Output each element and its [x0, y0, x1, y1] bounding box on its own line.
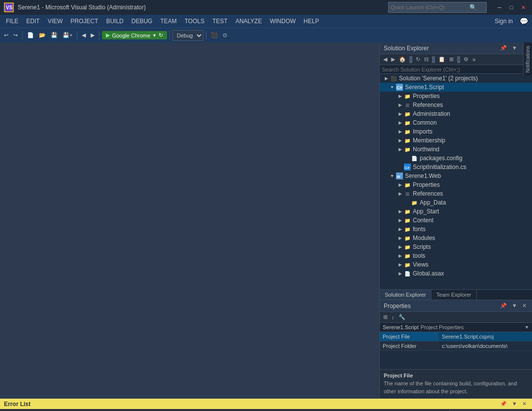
se-search-input[interactable]: [382, 67, 523, 72]
snippet-btn[interactable]: ⬛: [209, 31, 220, 39]
script-properties-arrow[interactable]: ▶: [397, 94, 403, 99]
properties-controls[interactable]: 📌 ▼ ✕: [499, 302, 528, 309]
script-common-arrow[interactable]: ▶: [397, 120, 403, 125]
undo-btn[interactable]: ↩: [2, 31, 10, 39]
redo-btn[interactable]: ↪: [11, 31, 20, 39]
menu-tools[interactable]: TOOLS: [181, 16, 208, 27]
menu-project[interactable]: PROJECT: [66, 16, 102, 27]
error-dropdown-icon[interactable]: ▼: [510, 400, 519, 408]
se-dropdown-icon[interactable]: ▼: [510, 44, 519, 52]
run-button[interactable]: ▶ Google Chrome ▼ ↻: [102, 31, 167, 39]
web-references-arrow[interactable]: ▶: [397, 191, 403, 196]
menu-build[interactable]: BUILD: [102, 16, 127, 27]
script-imports-item[interactable]: ▶ 📁 Imports: [380, 127, 532, 136]
se-refresh-btn[interactable]: ↻: [414, 55, 422, 64]
script-references-item[interactable]: ▶ ⊞ References: [380, 101, 532, 109]
maximize-button[interactable]: □: [506, 2, 516, 12]
menu-test[interactable]: TEST: [208, 16, 232, 27]
script-imports-arrow[interactable]: ▶: [397, 129, 403, 134]
script-northwind-item[interactable]: ▶ 📁 Northwind: [380, 145, 532, 154]
close-button[interactable]: ✕: [518, 2, 528, 12]
notifications-sidebar[interactable]: Notifications: [523, 42, 532, 76]
prop-dropdown-icon[interactable]: ▼: [510, 302, 519, 309]
web-modules-arrow[interactable]: ▶: [397, 236, 403, 240]
web-global-arrow[interactable]: ▶: [397, 271, 403, 276]
web-modules-item[interactable]: ▶ 📁 Modules: [380, 234, 532, 242]
menu-debug[interactable]: DEBUG: [128, 16, 157, 27]
prop-sort-icon[interactable]: ↕: [390, 313, 396, 321]
save-btn[interactable]: 💾: [49, 31, 60, 39]
se-collapse-btn[interactable]: ⊟: [423, 55, 430, 64]
menu-file[interactable]: FILE: [2, 16, 22, 27]
script-northwind-arrow[interactable]: ▶: [397, 147, 403, 152]
menu-analyze[interactable]: ANALYZE: [232, 16, 266, 27]
project-web-item[interactable]: ▼ W Serene1.Web: [380, 171, 532, 180]
web-appstart-arrow[interactable]: ▶: [397, 209, 403, 214]
se-search-box[interactable]: 🔍: [380, 65, 532, 74]
prop-row-file[interactable]: Project File Serene1.Script.csproj: [380, 332, 532, 342]
script-membership-item[interactable]: ▶ 📁 Membership: [380, 136, 532, 145]
sign-in-button[interactable]: Sign in: [490, 16, 518, 27]
properties-project-select[interactable]: Serene1.Script Project Properties ▼: [380, 323, 532, 332]
se-settings-btn[interactable]: ⚙: [462, 55, 470, 64]
web-global-item[interactable]: ▶ 📄 Global.asax: [380, 269, 532, 278]
error-list-controls[interactable]: 📌 ▼ ✕: [499, 400, 528, 408]
se-view-btn[interactable]: 📋: [437, 55, 447, 64]
web-content-item[interactable]: ▶ 📁 Content: [380, 216, 532, 225]
web-references-item[interactable]: ▶ ⊞ References: [380, 189, 532, 198]
script-membership-arrow[interactable]: ▶: [397, 138, 403, 143]
web-scripts-item[interactable]: ▶ 📁 Scripts: [380, 242, 532, 251]
menu-window[interactable]: WINDOW: [266, 16, 300, 27]
web-appstart-item[interactable]: ▶ 📁 App_Start: [380, 207, 532, 216]
prop-row-folder[interactable]: Project Folder c:\users\volkan\documents…: [380, 342, 532, 351]
refresh-icon[interactable]: ↻: [159, 32, 163, 38]
prop-wrench-icon[interactable]: 🔧: [397, 313, 407, 321]
web-tools-item[interactable]: ▶ 📁 tools: [380, 251, 532, 260]
web-views-arrow[interactable]: ▶: [397, 262, 403, 267]
project-script-arrow[interactable]: ▼: [389, 85, 396, 90]
new-proj-btn[interactable]: 📄: [25, 31, 36, 39]
window-controls[interactable]: ─ □ ✕: [495, 2, 528, 12]
quick-launch-box[interactable]: 🔍: [388, 2, 487, 13]
web-fonts-item[interactable]: ▶ 📁 fonts: [380, 225, 532, 234]
solution-arrow[interactable]: ▶: [383, 76, 390, 81]
web-appdata-item[interactable]: 📁 App_Data: [380, 198, 532, 207]
undo-nav-btn[interactable]: ◀: [80, 31, 88, 39]
project-select-dropdown[interactable]: ▼: [525, 325, 529, 330]
se-forward-btn[interactable]: ▶: [390, 55, 397, 64]
config-select[interactable]: Debug: [172, 30, 203, 41]
se-back-btn[interactable]: ◀: [382, 55, 389, 64]
script-properties-item[interactable]: ▶ 📁 Properties: [380, 92, 532, 101]
web-content-arrow[interactable]: ▶: [397, 218, 403, 223]
feedback-icon[interactable]: 💬: [518, 15, 530, 27]
project-script-item[interactable]: ▼ C# Serene1.Script: [380, 83, 532, 92]
script-admin-item[interactable]: ▶ 📁 Administration: [380, 109, 532, 118]
web-views-item[interactable]: ▶ 📁 Views: [380, 260, 532, 269]
project-web-arrow[interactable]: ▼: [389, 173, 396, 178]
web-properties-arrow[interactable]: ▶: [397, 182, 403, 187]
web-scripts-arrow[interactable]: ▶: [397, 244, 403, 249]
notifications-button[interactable]: Notifications: [525, 44, 532, 74]
web-tools-arrow[interactable]: ▶: [397, 253, 403, 258]
se-tab-solution[interactable]: Solution Explorer: [380, 290, 432, 300]
script-references-arrow[interactable]: ▶: [397, 103, 403, 107]
prop-grid-icon[interactable]: ⊞: [382, 313, 389, 321]
error-close-icon[interactable]: ✕: [521, 400, 528, 408]
se-tab-team[interactable]: Team Explorer: [432, 290, 477, 300]
script-init-item[interactable]: C# ScriptInitialization.cs: [380, 163, 532, 171]
run-dropdown-icon[interactable]: ▼: [152, 33, 157, 38]
se-home-btn[interactable]: 🏠: [398, 55, 407, 64]
minimize-button[interactable]: ─: [495, 2, 504, 12]
save-all-btn[interactable]: 💾+: [61, 31, 74, 39]
web-fonts-arrow[interactable]: ▶: [397, 227, 403, 232]
se-pin-icon[interactable]: 📌: [499, 44, 508, 52]
script-common-item[interactable]: ▶ 📁 Common: [380, 118, 532, 127]
solution-root-item[interactable]: ▶ ⬛ Solution 'Serene1' (2 projects): [380, 74, 532, 83]
quick-launch-input[interactable]: [391, 4, 469, 10]
open-btn[interactable]: 📂: [37, 31, 48, 39]
menu-edit[interactable]: EDIT: [22, 16, 43, 27]
script-admin-arrow[interactable]: ▶: [397, 111, 403, 116]
error-pin-icon[interactable]: 📌: [499, 400, 508, 408]
prop-pin-icon[interactable]: 📌: [499, 302, 508, 309]
attach-btn[interactable]: ⊙: [221, 31, 229, 39]
